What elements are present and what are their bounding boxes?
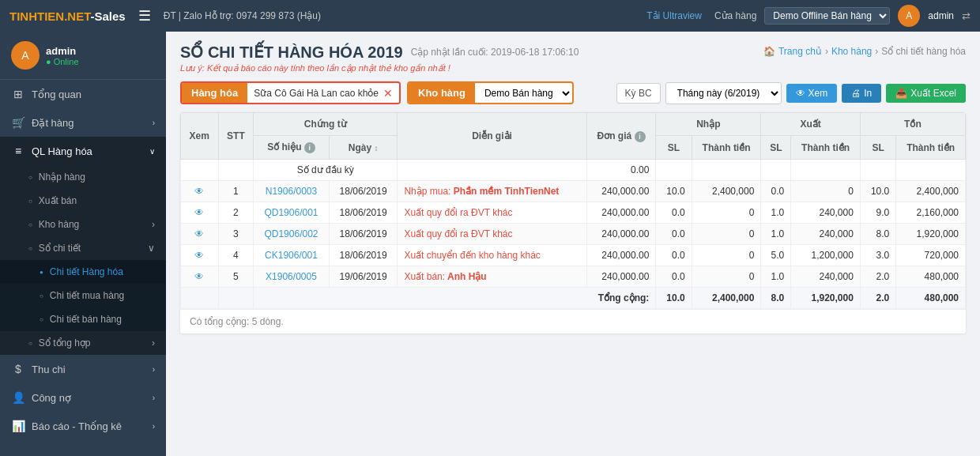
row-stt: 3	[218, 224, 254, 245]
eye-icon[interactable]: 👁	[194, 186, 204, 197]
row-xuat-tt: 1,200,000	[791, 245, 861, 266]
kybc-button[interactable]: Kỳ BC	[616, 83, 661, 104]
row-don-gia: 240,000.00	[586, 266, 656, 288]
sidebar-item-bao-cao[interactable]: 📊 Báo cáo - Thống kê ›	[0, 412, 166, 440]
row-xuat-sl: 0.0	[761, 181, 791, 202]
sidebar-item-dat-hang[interactable]: 🛒 Đặt hàng ›	[0, 108, 166, 137]
eye-icon[interactable]: 👁	[194, 250, 204, 261]
filter-bar: Hàng hóa Sữa Cô Gái Hà Lan cao khỏe ✕ Kh…	[180, 81, 966, 104]
dot-icon: ○	[28, 245, 32, 252]
dot-icon: ○	[28, 221, 32, 228]
row-so-hieu[interactable]: N1906/0003	[254, 181, 330, 202]
share-icon[interactable]: ⇄	[962, 10, 971, 22]
row-eye[interactable]: 👁	[181, 266, 219, 288]
row-nhap-tt: 0	[692, 224, 761, 245]
layout: A admin ● Online ⊞ Tổng quan 🛒 Đặt hàng …	[0, 32, 980, 456]
sidebar-item-nhap-hang[interactable]: ○ Nhập hàng	[0, 165, 166, 189]
sidebar-item-xuat-ban[interactable]: ○ Xuất bán	[0, 189, 166, 213]
filter-kho-select[interactable]: Demo Bán hàng	[475, 84, 572, 103]
row-ton-tt: 2,400,000	[896, 181, 966, 202]
chevron-down-icon: ∨	[148, 243, 155, 254]
row-ngay: 18/06/2019	[329, 224, 398, 245]
chevron-right-icon: ›	[152, 337, 155, 349]
sidebar-item-chi-tiet-mua-hang[interactable]: ○ Chi tiết mua hàng	[0, 284, 166, 307]
row-ton-sl: 10.0	[860, 181, 895, 202]
row-eye[interactable]: 👁	[181, 245, 219, 266]
row-dien-giai: Xuất quy đổi ra ĐVT khác	[398, 202, 586, 224]
dot-icon: ○	[28, 198, 32, 205]
period-select[interactable]: Tháng này (6/2019)	[665, 82, 782, 104]
row-eye[interactable]: 👁	[181, 181, 219, 202]
menu-icon[interactable]: ☰	[138, 7, 151, 24]
col-header-stt: STT	[218, 113, 254, 160]
tong-cong-label: Tổng cộng:	[254, 288, 656, 309]
row-xuat-sl: 1.0	[761, 202, 791, 224]
row-ton-sl: 2.0	[860, 266, 895, 288]
row-eye[interactable]: 👁	[181, 224, 219, 245]
so-hieu-info-icon[interactable]: i	[304, 142, 315, 153]
col-header-nhap: Nhập	[656, 113, 761, 136]
filter-tab-hanghoa[interactable]: Hàng hóa	[182, 83, 247, 103]
row-nhap-tt: 0	[692, 245, 761, 266]
sidebar-item-chi-tiet-ban-hang[interactable]: ○ Chi tiết bán hàng	[0, 307, 166, 331]
row-nhap-tt: 2,400,000	[692, 181, 761, 202]
col-header-xuat-tt: Thành tiền	[791, 136, 861, 160]
row-don-gia: 240,000.00	[586, 245, 656, 266]
in-button[interactable]: 🖨 In	[842, 84, 881, 103]
row-so-hieu[interactable]: QD1906/002	[254, 224, 330, 245]
print-icon: 🖨	[851, 88, 861, 99]
row-eye[interactable]: 👁	[181, 202, 219, 224]
table-footer: Có tổng cộng: 5 dòng.	[180, 309, 966, 334]
eye-icon[interactable]: 👁	[194, 271, 204, 282]
chart-icon: 📊	[11, 420, 25, 432]
ultraview-link[interactable]: Tải Ultraview	[646, 10, 702, 21]
filter-hanghoa-clear[interactable]: ✕	[383, 87, 393, 100]
grid-icon: ⊞	[11, 88, 25, 100]
row-nhap-tt: 0	[692, 202, 761, 224]
xem-button[interactable]: 👁 Xem	[786, 84, 838, 103]
don-gia-info-icon[interactable]: i	[635, 131, 646, 142]
row-so-hieu[interactable]: CK1906/001	[254, 245, 330, 266]
sidebar-item-cong-no[interactable]: 👤 Công nợ ›	[0, 383, 166, 412]
filter-tab-kho[interactable]: Kho hàng	[409, 83, 475, 103]
chevron-right-icon: ›	[153, 394, 155, 402]
filter-hanghoa-group: Hàng hóa Sữa Cô Gái Hà Lan cao khỏe ✕	[180, 81, 401, 104]
row-dien-giai: Xuất bán: Anh Hậu	[398, 266, 586, 288]
main-inner: SỔ CHI TIẾT HÀNG HÓA 2019 Cập nhật lần c…	[166, 32, 980, 345]
dot-icon: ○	[40, 316, 43, 323]
row-nhap-sl: 0.0	[656, 266, 692, 288]
breadcrumb-link-kho[interactable]: Kho hàng	[831, 46, 872, 57]
footer-note: Có tổng cộng: 5 dòng.	[190, 316, 284, 327]
sidebar-item-ql-hang-hoa[interactable]: ≡ QL Hàng hóa ∨	[0, 137, 166, 165]
eye-icon[interactable]: 👁	[194, 207, 204, 218]
breadcrumb-sep1: ›	[825, 46, 828, 57]
sidebar-item-chi-tiet-hang-hoa[interactable]: ● Chi tiết Hàng hóa	[0, 260, 166, 284]
row-ton-tt: 480,000	[896, 266, 966, 288]
filter-hanghoa-value: Sữa Cô Gái Hà Lan cao khỏe ✕	[247, 84, 399, 103]
topbar-right: Cửa hàng Demo Offline Bán hàng A admin ⇄	[714, 5, 971, 27]
chevron-right-icon: ›	[152, 219, 155, 230]
sidebar-item-so-chi-tiet[interactable]: ○ Sổ chi tiết ∨	[0, 236, 166, 260]
sidebar-item-thu-chi[interactable]: $ Thu chi ›	[0, 355, 166, 383]
filter-kho-group: Kho hàng Demo Bán hàng	[407, 81, 574, 104]
row-so-hieu[interactable]: X1906/0005	[254, 266, 330, 288]
breadcrumb-current: Sổ chi tiết hàng hóa	[881, 46, 966, 57]
excel-button[interactable]: 📥 Xuất Excel	[886, 84, 966, 103]
row-nhap-sl: 0.0	[656, 224, 692, 245]
store-select[interactable]: Demo Offline Bán hàng	[764, 7, 890, 24]
tong-ton-tt: 480,000	[896, 288, 966, 309]
sidebar-item-so-tong-hop[interactable]: ○ Sổ tổng hợp ›	[0, 331, 166, 355]
sort-icon[interactable]: ↕	[374, 144, 378, 153]
row-so-hieu[interactable]: QD1906/001	[254, 202, 330, 224]
brand: TINHTIEN.NET-Sales	[9, 9, 126, 23]
excel-icon: 📥	[895, 88, 907, 99]
row-xuat-tt: 240,000	[791, 202, 861, 224]
table-row: 👁 1 N1906/0003 18/06/2019 Nhập mua: Phần…	[181, 181, 966, 202]
col-header-nhap-sl: SL	[656, 136, 692, 160]
breadcrumb-sep2: ›	[875, 46, 878, 57]
sidebar-label-bao-cao: Báo cáo - Thống kê	[32, 420, 122, 432]
sidebar-item-tong-quan[interactable]: ⊞ Tổng quan	[0, 80, 166, 108]
sidebar-item-kho-hang[interactable]: ○ Kho hàng ›	[0, 213, 166, 236]
breadcrumb-link-home[interactable]: Trang chủ	[778, 46, 822, 57]
eye-icon[interactable]: 👁	[194, 228, 204, 239]
